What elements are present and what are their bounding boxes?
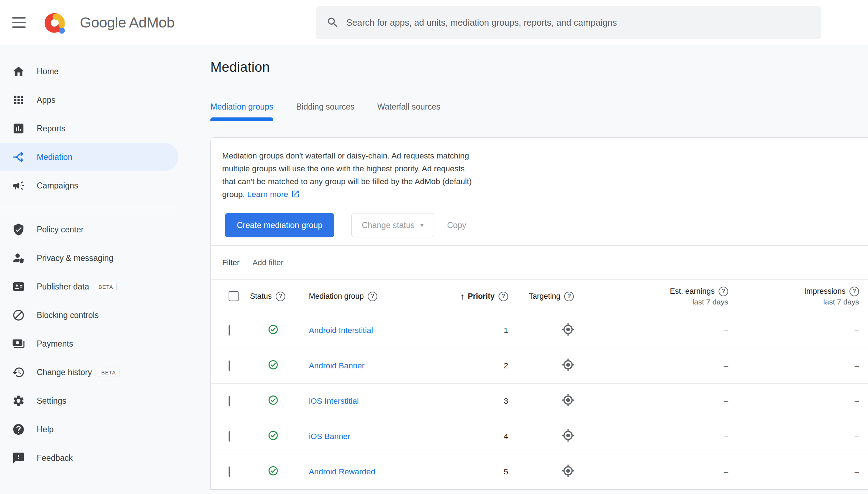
notice-line: that can't be matched to any group will … — [222, 175, 857, 188]
priority-value: 5 — [453, 467, 510, 477]
add-filter-button[interactable]: Add filter — [252, 258, 284, 267]
brand-name: Google AdMob — [80, 14, 174, 31]
tab-bar: Mediation groups Bidding sources Waterfa… — [210, 102, 868, 121]
mediation-group-link[interactable]: iOS Interstitial — [309, 397, 359, 405]
col-mediation-group: Mediation group ? — [309, 292, 453, 301]
sidebar-item-help[interactable]: Help — [0, 415, 178, 444]
table-header: Status ? Mediation group ? ↑ Priority ? … — [211, 279, 868, 313]
create-mediation-group-button[interactable]: Create mediation group — [225, 213, 334, 237]
mediation-group-link[interactable]: iOS Banner — [309, 432, 350, 441]
status-enabled-icon — [268, 430, 279, 441]
copy-button[interactable]: Copy — [447, 221, 466, 230]
actions-row: Create mediation group Change status ▾ C… — [211, 201, 868, 245]
chevron-down-icon: ▾ — [420, 221, 424, 229]
targeting-icon[interactable] — [561, 393, 575, 407]
targeting-icon[interactable] — [561, 322, 575, 337]
status-enabled-icon — [268, 324, 279, 335]
notice-line: Mediation groups don't waterfall or dais… — [222, 150, 857, 162]
col-targeting: Targeting ? — [510, 292, 607, 301]
sidebar-item-reports[interactable]: Reports — [0, 114, 178, 143]
priority-value: 4 — [453, 432, 510, 441]
feedback-icon — [12, 452, 25, 464]
col-priority[interactable]: ↑ Priority ? — [453, 291, 510, 302]
row-checkbox[interactable] — [229, 467, 230, 477]
mediation-group-link[interactable]: Android Interstitial — [309, 326, 373, 335]
row-checkbox[interactable] — [229, 396, 230, 406]
earnings-value: – — [607, 361, 732, 370]
main-content: Mediation Mediation groups Bidding sourc… — [185, 45, 868, 494]
impressions-value: – — [732, 432, 863, 441]
help-icon[interactable]: ? — [849, 287, 859, 296]
history-icon — [12, 366, 25, 379]
sidebar: Home Apps Reports Mediation Campaigns — [0, 45, 185, 494]
status-enabled-icon — [268, 395, 279, 405]
row-checkbox[interactable] — [229, 361, 230, 371]
sidebar-item-home[interactable]: Home — [0, 57, 178, 86]
col-impressions: Impressions ? last 7 days — [732, 287, 863, 306]
help-icon[interactable]: ? — [276, 292, 285, 301]
impressions-value: – — [732, 361, 863, 370]
earnings-value: – — [607, 397, 732, 406]
row-checkbox[interactable] — [229, 325, 230, 336]
mediation-group-link[interactable]: Android Banner — [309, 361, 364, 370]
mediation-split-icon — [12, 151, 25, 163]
sidebar-item-policy-center[interactable]: Policy center — [0, 215, 178, 244]
status-enabled-icon — [268, 465, 279, 476]
targeting-icon[interactable] — [561, 358, 575, 372]
notice-line: multiple groups will use the one with th… — [222, 162, 857, 175]
impressions-value: – — [732, 467, 863, 477]
sidebar-item-payments[interactable]: Payments — [0, 329, 178, 358]
policy-shield-icon — [12, 223, 25, 236]
beta-badge: BETA — [95, 282, 117, 291]
tab-bidding-sources[interactable]: Bidding sources — [296, 102, 354, 121]
help-icon[interactable]: ? — [368, 292, 377, 301]
external-link-icon — [291, 190, 300, 198]
help-icon — [12, 423, 25, 436]
sidebar-item-mediation[interactable]: Mediation — [0, 143, 178, 171]
beta-badge: BETA — [98, 368, 119, 377]
privacy-person-icon — [12, 252, 25, 264]
search-bar[interactable] — [316, 6, 821, 39]
search-icon — [326, 16, 339, 29]
earnings-value: – — [607, 326, 732, 335]
sidebar-item-privacy-messaging[interactable]: Privacy & messaging — [0, 244, 178, 272]
table-row: iOS Interstitial 3 – – — [211, 383, 868, 419]
help-icon[interactable]: ? — [719, 287, 728, 296]
sidebar-item-apps[interactable]: Apps — [0, 86, 178, 114]
home-icon — [12, 65, 25, 78]
tab-waterfall-sources[interactable]: Waterfall sources — [377, 102, 440, 121]
help-icon[interactable]: ? — [499, 292, 508, 301]
earnings-value: – — [607, 432, 732, 441]
admob-logo-icon — [44, 10, 68, 35]
campaigns-megaphone-icon — [12, 179, 25, 192]
priority-value: 1 — [453, 326, 510, 335]
targeting-icon[interactable] — [561, 464, 575, 478]
targeting-icon[interactable] — [561, 428, 575, 443]
sort-ascending-icon: ↑ — [460, 291, 465, 302]
mediation-notice: Mediation groups don't waterfall or dais… — [211, 138, 868, 201]
help-icon[interactable]: ? — [564, 292, 574, 301]
sidebar-item-settings[interactable]: Settings — [0, 387, 178, 415]
sidebar-divider — [0, 208, 178, 208]
tab-mediation-groups[interactable]: Mediation groups — [210, 102, 273, 121]
row-checkbox[interactable] — [229, 431, 230, 442]
table-row: iOS Banner 4 – – — [211, 419, 868, 454]
sidebar-item-change-history[interactable]: Change history BETA — [0, 358, 178, 387]
mediation-groups-card: Mediation groups don't waterfall or dais… — [210, 137, 868, 490]
change-status-button[interactable]: Change status ▾ — [351, 213, 434, 237]
filter-label: Filter — [222, 258, 240, 267]
earnings-value: – — [607, 467, 732, 477]
reports-chart-icon — [12, 122, 25, 135]
select-all-checkbox[interactable] — [229, 291, 239, 301]
mediation-group-link[interactable]: Android Rewarded — [309, 467, 375, 476]
table-row: Android Banner 2 – – — [211, 348, 868, 383]
sidebar-item-blocking-controls[interactable]: Blocking controls — [0, 301, 178, 329]
sidebar-item-publisher-data[interactable]: Publisher data BETA — [0, 272, 178, 301]
learn-more-link[interactable]: Learn more — [247, 190, 288, 199]
status-enabled-icon — [268, 359, 279, 370]
search-input[interactable] — [346, 17, 810, 28]
sidebar-item-feedback[interactable]: Feedback — [0, 444, 178, 472]
sidebar-item-campaigns[interactable]: Campaigns — [0, 171, 178, 200]
table-row: Android Rewarded 5 – – — [211, 454, 868, 489]
menu-button[interactable] — [12, 17, 26, 28]
